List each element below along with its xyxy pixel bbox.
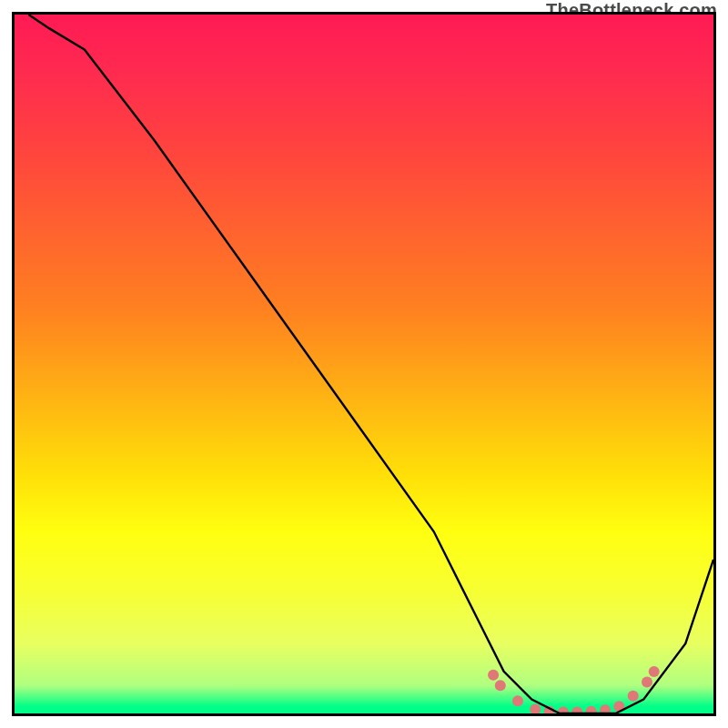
curve-marker — [649, 666, 660, 677]
chart-container: TheBottleneck.com — [0, 0, 728, 728]
curve-marker — [512, 695, 523, 706]
curve-marker — [495, 680, 506, 691]
curve-marker — [586, 706, 597, 713]
chart-svg — [15, 15, 713, 713]
curve-marker — [628, 691, 639, 702]
bottleneck-curve — [28, 15, 713, 713]
curve-marker — [600, 704, 611, 713]
curve-marker — [530, 703, 541, 713]
curve-marker — [488, 670, 499, 681]
curve-marker — [642, 676, 652, 687]
marker-group — [488, 666, 660, 713]
plot-area — [12, 12, 716, 716]
